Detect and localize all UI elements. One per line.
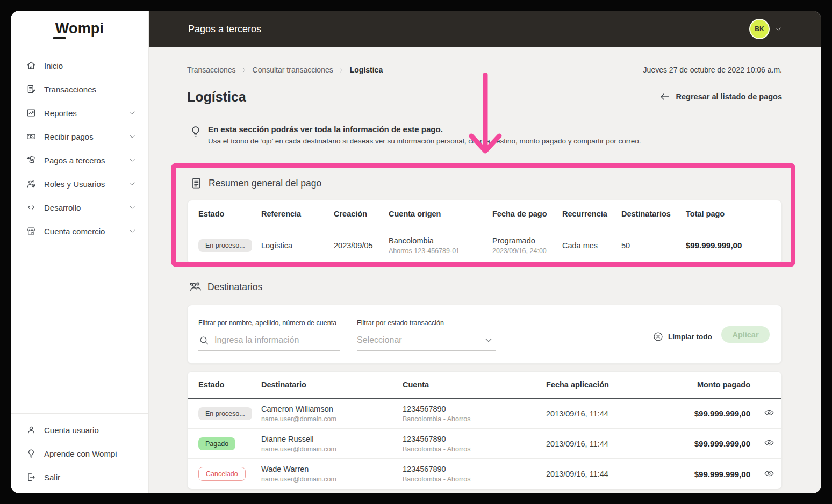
sidebar: Wompi InicioTransaccionesReportesRecibir… xyxy=(11,11,149,493)
info-title: En esta sección podrás ver toda la infor… xyxy=(208,125,641,134)
recipient-amount: $99.999.999,00 xyxy=(664,409,750,418)
column-header-estado: Estado xyxy=(198,210,261,218)
topbar-title: Pagos a terceros xyxy=(188,24,261,35)
recipient-email: name.user@domain.com xyxy=(261,445,403,453)
sidebar-item-label: Recibir pagos xyxy=(44,132,94,141)
sidebar-item-recibir-pagos[interactable]: Recibir pagos xyxy=(11,125,148,148)
recipient-amount: $99.999.999,00 xyxy=(664,470,750,479)
recipient-row-wade-warren: CanceladoWade Warrenname.user@domain.com… xyxy=(188,459,781,489)
summary-card: EstadoReferenciaCreaciónCuenta origenFec… xyxy=(187,200,782,264)
sidebar-item-label: Cuenta comercio xyxy=(44,227,105,236)
sidebar-item-transacciones[interactable]: Transacciones xyxy=(11,77,148,101)
chevron-down-icon xyxy=(128,132,137,141)
topbar: Pagos a terceros BK xyxy=(149,11,821,47)
column-header-cuenta: Cuenta xyxy=(403,380,546,389)
sidebar-item-label: Pagos a terceros xyxy=(44,156,105,165)
name-filter-input[interactable] xyxy=(214,335,340,345)
summary-table-header: EstadoReferenciaCreaciónCuenta origenFec… xyxy=(188,200,781,227)
account-menu[interactable]: BK xyxy=(749,19,783,39)
status-filter-select[interactable]: Seleccionar xyxy=(357,330,496,351)
apply-filters-button[interactable]: Aplicar xyxy=(721,326,770,343)
back-arrow-icon xyxy=(659,91,671,103)
people-group-icon xyxy=(189,280,203,294)
eye-icon xyxy=(764,468,774,479)
avatar[interactable]: BK xyxy=(749,19,770,39)
summary-pay-date-sub: 2023/09/16, 24:00 xyxy=(492,247,562,255)
filter-card: Filtrar por nombre, apellido, número de … xyxy=(187,305,782,364)
logo-underline xyxy=(53,37,66,39)
sidebar-item-aprende-con-wompi[interactable]: Aprende con Wompi xyxy=(11,442,148,465)
receive-payments-icon xyxy=(26,131,37,142)
recipient-date: 2013/09/16, 11:44 xyxy=(546,470,664,478)
clear-filters-button[interactable]: Limpiar todo xyxy=(652,331,712,342)
code-icon xyxy=(26,202,37,213)
sidebar-item-label: Desarrollo xyxy=(44,203,81,212)
sidebar-item-cuenta-comercio[interactable]: Cuenta comercio xyxy=(11,219,148,243)
column-header-destinatario: Destinatario xyxy=(261,380,403,389)
sidebar-item-inicio[interactable]: Inicio xyxy=(11,54,148,77)
chevron-down-icon xyxy=(128,156,137,164)
column-header-cuenta-origen: Cuenta origen xyxy=(389,210,492,218)
chevron-down-icon xyxy=(128,109,137,117)
recipient-bank: Bancolombia - Ahorros xyxy=(403,476,546,483)
sidebar-item-label: Inicio xyxy=(44,61,63,70)
recipient-row-cameron-williamson: En proceso...Cameron Williamsonname.user… xyxy=(188,399,781,429)
summary-origin-account: Ahorros 123-456789-01 xyxy=(389,247,492,255)
column-header-monto-pagado: Monto pagado xyxy=(664,380,750,389)
clear-circle-icon xyxy=(652,331,664,342)
breadcrumb-separator-icon xyxy=(338,67,345,74)
recipient-date: 2013/09/16, 11:44 xyxy=(546,440,664,448)
view-recipient-button[interactable] xyxy=(762,407,776,421)
store-icon xyxy=(26,226,37,236)
sidebar-item-label: Transacciones xyxy=(44,85,96,94)
chevron-down-icon xyxy=(128,203,137,212)
summary-pay-date: Programado xyxy=(492,236,562,245)
info-block: En esta sección podrás ver toda la infor… xyxy=(189,125,641,145)
column-header-fecha-de-pago: Fecha de pago xyxy=(492,210,562,218)
breadcrumb-item-transacciones[interactable]: Transacciones xyxy=(187,66,236,74)
clear-filters-label: Limpiar todo xyxy=(668,333,712,341)
column-header-destinatarios: Destinatarios xyxy=(621,210,686,218)
summary-origin-bank: Bancolombia xyxy=(389,236,492,245)
sidebar-item-reportes[interactable]: Reportes xyxy=(11,101,148,125)
back-to-payments-link[interactable]: Regresar al listado de pagos xyxy=(659,91,782,103)
lightbulb-icon xyxy=(26,448,37,459)
transactions-icon xyxy=(26,84,37,95)
view-recipient-button[interactable] xyxy=(762,467,776,481)
sidebar-item-salir[interactable]: Salir xyxy=(11,465,148,489)
summary-reference: Logística xyxy=(261,241,334,250)
recipient-account: 1234567890 xyxy=(403,435,546,443)
recipients-table-header: EstadoDestinatarioCuentaFecha aplicación… xyxy=(188,372,781,399)
recipient-email: name.user@domain.com xyxy=(261,476,403,483)
status-badge: En proceso... xyxy=(198,407,252,420)
user-icon xyxy=(26,424,37,435)
recipients-title: Destinatarios xyxy=(207,282,262,293)
recipient-account: 1234567890 xyxy=(403,405,546,413)
chevron-down-icon xyxy=(128,179,137,188)
summary-recipient-count: 50 xyxy=(621,241,686,250)
info-subtitle: Usa el ícono de ‘ojo’ en cada destinatar… xyxy=(208,137,641,145)
sidebar-item-roles-y-usuarios[interactable]: Roles y Usuarios xyxy=(11,172,148,196)
breadcrumb: TransaccionesConsultar transaccionesLogí… xyxy=(187,66,383,74)
eye-icon xyxy=(764,437,774,448)
name-filter-label: Filtrar por nombre, apellido, número de … xyxy=(198,319,336,327)
app-window: Wompi InicioTransaccionesReportesRecibir… xyxy=(11,11,821,493)
view-recipient-button[interactable] xyxy=(762,437,776,451)
summary-total: $99.999.999,00 xyxy=(686,241,781,250)
status-badge: En proceso... xyxy=(198,239,252,252)
summary-section-heading: Resumen general del pago xyxy=(190,176,321,190)
sidebar-item-cuenta-usuario[interactable]: Cuenta usuario xyxy=(11,418,148,442)
recipient-row-dianne-russell: PagadoDianne Russellname.user@domain.com… xyxy=(188,429,781,459)
page-datetime: Jueves 27 de octubre de 2022 10:06 a.m. xyxy=(643,66,782,74)
status-badge: Cancelado xyxy=(198,467,246,481)
breadcrumb-item-consultar-transacciones[interactable]: Consultar transacciones xyxy=(253,66,333,74)
sidebar-item-desarrollo[interactable]: Desarrollo xyxy=(11,196,148,219)
lightbulb-icon xyxy=(189,125,203,139)
roles-users-icon xyxy=(26,178,37,189)
status-filter-label: Filtrar por estado transacción xyxy=(357,319,444,327)
third-party-payments-icon xyxy=(26,155,37,165)
page-title: Logística xyxy=(187,89,246,105)
sidebar-item-label: Reportes xyxy=(44,109,77,118)
back-link-label: Regresar al listado de pagos xyxy=(676,92,782,101)
sidebar-item-pagos-a-terceros[interactable]: Pagos a terceros xyxy=(11,148,148,172)
